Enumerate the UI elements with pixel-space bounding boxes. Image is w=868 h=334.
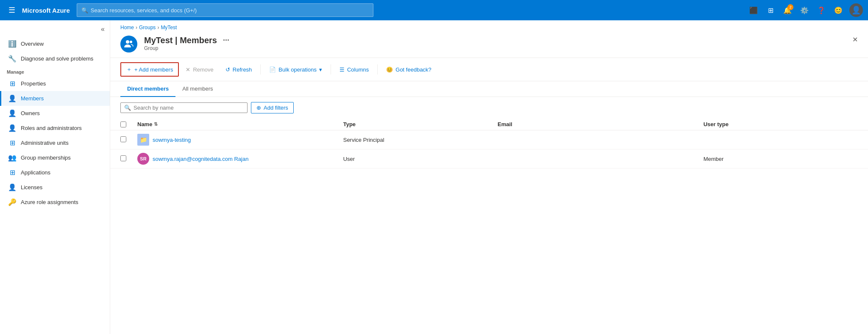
sidebar-label-properties: Properties bbox=[21, 80, 46, 87]
breadcrumb-sep-2: › bbox=[157, 25, 159, 30]
sort-icon-name[interactable]: ⇅ bbox=[154, 121, 158, 127]
bulk-operations-button[interactable]: 📄 Bulk operations ▾ bbox=[264, 64, 327, 75]
topbar: ☰ Microsoft Azure 🔍 Search resources, se… bbox=[0, 0, 868, 20]
breadcrumb-mytest[interactable]: MyTest bbox=[161, 25, 177, 30]
content-area: Home › Groups › MyTest MyTest | Members … bbox=[110, 20, 868, 334]
breadcrumb-sep-1: › bbox=[136, 25, 137, 30]
add-icon: ＋ bbox=[126, 66, 132, 73]
row1-checkbox-cell bbox=[120, 136, 137, 144]
toolbar-separator-3 bbox=[377, 64, 378, 75]
row2-usertype: Member bbox=[704, 156, 724, 162]
page-title-block: MyTest | Members ··· Group bbox=[144, 36, 846, 51]
filter-icon: ⊕ bbox=[256, 105, 261, 111]
row2-usertype-cell: Member bbox=[704, 156, 858, 162]
sidebar-label-diagnose: Diagnose and solve problems bbox=[21, 55, 93, 62]
sidebar-item-roles[interactable]: 👤 Roles and administrators bbox=[0, 121, 110, 135]
row1-type: Service Principal bbox=[343, 137, 384, 143]
add-members-button[interactable]: ＋ + Add members bbox=[120, 62, 179, 77]
filter-bar: 🔍 ⊕ Add filters bbox=[110, 97, 868, 119]
remove-label: Remove bbox=[193, 66, 213, 73]
sidebar-item-licenses[interactable]: 👤 Licenses bbox=[0, 180, 110, 195]
row1-name-cell: 📁 sowmya-testing bbox=[137, 134, 343, 146]
sidebar-item-azure-roles[interactable]: 🔑 Azure role assignments bbox=[0, 195, 110, 210]
wrench-icon: 🔧 bbox=[8, 55, 17, 63]
portal-menu-icon[interactable]: ⊞ bbox=[763, 3, 778, 18]
columns-button[interactable]: ☰ Columns bbox=[334, 64, 374, 75]
data-table: Name ⇅ Type Email User type bbox=[110, 119, 868, 168]
breadcrumb: Home › Groups › MyTest bbox=[110, 20, 868, 32]
collapse-icon[interactable]: « bbox=[99, 24, 106, 35]
refresh-button[interactable]: ↺ Refresh bbox=[220, 64, 257, 75]
sidebar-item-applications[interactable]: ⊞ Applications bbox=[0, 165, 110, 180]
help-icon[interactable]: ❓ bbox=[814, 3, 829, 18]
tab-direct-members[interactable]: Direct members bbox=[120, 81, 175, 97]
breadcrumb-home[interactable]: Home bbox=[120, 25, 134, 30]
row2-checkbox-cell bbox=[120, 155, 137, 163]
user-avatar[interactable]: 👤 bbox=[849, 3, 863, 17]
cloud-shell-icon[interactable]: ⬛ bbox=[746, 3, 761, 18]
search-icon: 🔍 bbox=[81, 7, 88, 14]
search-placeholder: Search resources, services, and docs (G+… bbox=[91, 7, 197, 14]
bulk-operations-label: Bulk operations bbox=[278, 66, 317, 73]
tabs-bar: Direct members All members bbox=[110, 81, 868, 97]
breadcrumb-groups[interactable]: Groups bbox=[139, 25, 156, 30]
svg-point-1 bbox=[130, 41, 132, 43]
sidebar-item-diagnose[interactable]: 🔧 Diagnose and solve problems bbox=[0, 51, 110, 66]
sidebar-item-admin-units[interactable]: ⊞ Administrative units bbox=[0, 135, 110, 150]
table-header: Name ⇅ Type Email User type bbox=[110, 119, 868, 130]
page-title-text: MyTest | Members bbox=[144, 36, 217, 45]
page-header: MyTest | Members ··· Group ✕ bbox=[110, 32, 868, 58]
row2-checkbox[interactable] bbox=[120, 155, 126, 161]
row2-name-cell: SR sowmya.rajan@cognitedata.com Rajan bbox=[137, 153, 343, 165]
add-filter-button[interactable]: ⊕ Add filters bbox=[251, 102, 294, 113]
more-options-button[interactable]: ··· bbox=[223, 36, 229, 45]
tab-all-members[interactable]: All members bbox=[175, 81, 220, 97]
page-subtitle: Group bbox=[144, 45, 846, 51]
sidebar-label-overview: Overview bbox=[21, 41, 44, 47]
svg-point-0 bbox=[126, 40, 129, 44]
info-icon: ℹ️ bbox=[8, 40, 17, 48]
row2-name-link[interactable]: sowmya.rajan@cognitedata.com Rajan bbox=[153, 156, 248, 162]
sidebar-item-overview[interactable]: ℹ️ Overview bbox=[0, 36, 110, 51]
menu-icon[interactable]: ☰ bbox=[5, 4, 19, 17]
search-input[interactable] bbox=[134, 105, 244, 111]
close-button[interactable]: ✕ bbox=[852, 36, 858, 44]
page-title: MyTest | Members ··· bbox=[144, 36, 846, 45]
remove-icon: ✕ bbox=[186, 66, 190, 73]
feedback-label: Got feedback? bbox=[395, 66, 431, 73]
bulk-chevron-icon: ▾ bbox=[319, 66, 322, 73]
azure-roles-icon: 🔑 bbox=[8, 198, 17, 206]
row2-type: User bbox=[343, 156, 355, 162]
row1-checkbox[interactable] bbox=[120, 136, 126, 142]
sidebar-label-group-memberships: Group memberships bbox=[21, 155, 71, 161]
th-type: Type bbox=[343, 121, 498, 127]
feedback-icon[interactable]: 😊 bbox=[831, 3, 846, 18]
sidebar-item-group-memberships[interactable]: 👥 Group memberships bbox=[0, 150, 110, 165]
settings-icon[interactable]: ⚙️ bbox=[797, 3, 812, 18]
th-email: Email bbox=[498, 121, 704, 127]
admin-units-icon: ⊞ bbox=[8, 139, 17, 147]
sidebar-item-members[interactable]: 👤 Members bbox=[0, 91, 110, 106]
row2-avatar: SR bbox=[137, 153, 149, 165]
notification-icon[interactable]: 🔔 2 bbox=[780, 3, 795, 18]
refresh-icon: ↺ bbox=[225, 66, 230, 73]
remove-button[interactable]: ✕ Remove bbox=[181, 64, 218, 75]
sidebar-collapse[interactable]: « bbox=[0, 20, 110, 36]
refresh-label: Refresh bbox=[233, 66, 252, 73]
select-all-checkbox[interactable] bbox=[120, 121, 126, 127]
row1-type-cell: Service Principal bbox=[343, 137, 498, 143]
global-search[interactable]: 🔍 Search resources, services, and docs (… bbox=[77, 3, 373, 17]
feedback-button[interactable]: 😊 Got feedback? bbox=[381, 64, 437, 75]
toolbar-separator-2 bbox=[331, 64, 331, 75]
sidebar-label-licenses: Licenses bbox=[21, 184, 42, 190]
sidebar-label-members: Members bbox=[21, 95, 44, 102]
app-logo: Microsoft Azure bbox=[22, 7, 70, 14]
sidebar-item-properties[interactable]: ⊞ Properties bbox=[0, 76, 110, 91]
page-icon bbox=[120, 36, 137, 52]
row1-name-link[interactable]: sowmya-testing bbox=[153, 137, 191, 143]
th-usertype: User type bbox=[704, 121, 858, 127]
search-box[interactable]: 🔍 bbox=[120, 102, 248, 113]
row1-avatar: 📁 bbox=[137, 134, 149, 146]
properties-icon: ⊞ bbox=[8, 80, 17, 88]
sidebar-item-owners[interactable]: 👤 Owners bbox=[0, 106, 110, 121]
